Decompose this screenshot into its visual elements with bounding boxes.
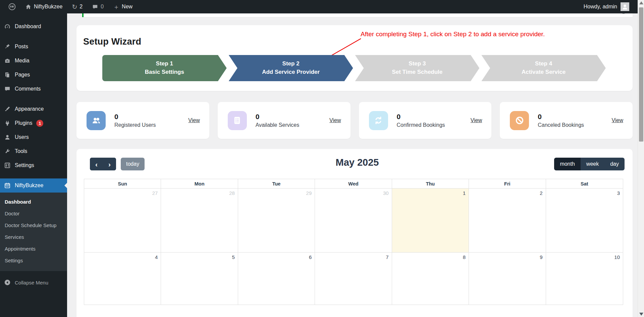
sidebar-item-dashboard[interactable]: Dashboard	[0, 19, 67, 34]
dow-tue: Tue	[238, 179, 315, 188]
submenu-item-doctor-schedule-setup[interactable]: Doctor Schedule Setup	[0, 219, 67, 231]
list-icon	[228, 111, 247, 130]
day-cell[interactable]: 9	[469, 253, 546, 305]
view-link[interactable]: View	[329, 117, 341, 123]
stat-value: 0	[256, 113, 299, 121]
sidebar-item-label: Tools	[15, 148, 27, 154]
day-cell-today[interactable]: 1	[392, 189, 469, 252]
submenu-item-services[interactable]: Services	[0, 231, 67, 243]
day-cell[interactable]: 2	[469, 189, 546, 252]
scroll-down-arrow-icon[interactable]	[639, 313, 643, 316]
sidebar-item-label: Users	[15, 134, 29, 140]
day-cell[interactable]: 30	[315, 189, 392, 252]
wordpress-logo-icon[interactable]	[5, 0, 19, 13]
sidebar-item-label: Plugins	[15, 120, 32, 126]
users-group-icon	[87, 111, 106, 130]
wizard-step-4[interactable]: Step 4 Activate Service	[481, 55, 606, 81]
day-cell[interactable]: 6	[238, 253, 315, 305]
step-label: Add Service Provider	[262, 68, 320, 76]
sidebar-item-settings[interactable]: Settings	[0, 158, 67, 172]
view-link[interactable]: View	[471, 117, 482, 123]
day-cell[interactable]: 5	[161, 253, 238, 305]
plus-icon: ＋	[113, 4, 119, 10]
collapse-arrow-icon	[4, 279, 11, 286]
wordpress-logo-icon	[8, 3, 16, 10]
sidebar-item-niftybukzee[interactable]: NiftyBukzee	[0, 178, 67, 193]
submenu-item-dashboard[interactable]: Dashboard	[0, 196, 67, 208]
sidebar-item-users[interactable]: Users	[0, 130, 67, 144]
new-menu[interactable]: ＋ New	[109, 0, 136, 13]
calendar-grid: Sun Mon Tue Wed Thu Fri Sat 27 28 29 30 …	[84, 179, 623, 305]
month-view-button[interactable]: month	[554, 158, 580, 170]
submenu-item-doctor[interactable]: Doctor	[0, 208, 67, 219]
howdy-text[interactable]: Howdy, admin	[584, 4, 617, 10]
stat-label: Registered Users	[114, 122, 156, 128]
collapse-menu-label: Collapse Menu	[15, 280, 48, 285]
scroll-up-arrow-icon[interactable]	[639, 1, 643, 4]
collapse-menu-button[interactable]: Collapse Menu	[0, 274, 67, 290]
stat-value: 0	[114, 113, 156, 121]
day-cell[interactable]: 8	[392, 253, 469, 305]
dow-thu: Thu	[392, 179, 469, 188]
sidebar-item-tools[interactable]: Tools	[0, 144, 67, 158]
stats-row: 0 Registered Users View 0 Available Serv…	[76, 102, 633, 139]
admin-sidebar: Dashboard Posts Media Pages Comments App…	[0, 13, 67, 317]
dow-fri: Fri	[469, 179, 546, 188]
dow-mon: Mon	[161, 179, 238, 188]
wizard-step-1[interactable]: Step 1 Basic Settings	[102, 55, 227, 81]
view-link[interactable]: View	[188, 117, 200, 123]
sidebar-item-label: Comments	[15, 86, 41, 92]
scrollbar-thumb[interactable]	[639, 7, 643, 142]
dow-sun: Sun	[84, 179, 161, 188]
comment-bubble-icon	[92, 4, 98, 10]
sidebar-item-label: Media	[15, 58, 30, 64]
step-number: Step 3	[409, 60, 426, 68]
step-number: Step 2	[282, 60, 300, 68]
day-view-button[interactable]: day	[604, 158, 625, 170]
comment-count: 0	[101, 4, 104, 10]
calendar-week-row: 4 5 6 7 8 9 10	[84, 252, 623, 305]
sync-arrows-icon	[369, 111, 388, 130]
day-cell[interactable]: 7	[315, 253, 392, 305]
day-cell[interactable]: 27	[84, 189, 161, 252]
sidebar-item-comments[interactable]: Comments	[0, 82, 67, 96]
vertical-scrollbar[interactable]	[638, 0, 644, 317]
step-number: Step 4	[535, 60, 552, 68]
sidebar-item-label: Pages	[15, 72, 30, 78]
sidebar-item-label: Appearance	[15, 106, 44, 112]
sidebar-item-posts[interactable]: Posts	[0, 40, 67, 54]
sidebar-item-appearance[interactable]: Appearance	[0, 102, 67, 116]
setup-wizard-title: Setup Wizard	[83, 37, 141, 47]
step-label: Basic Settings	[145, 68, 184, 76]
dow-sat: Sat	[546, 179, 623, 188]
view-link[interactable]: View	[612, 117, 623, 123]
plug-icon	[4, 120, 11, 126]
sidebar-item-media[interactable]: Media	[0, 54, 67, 68]
dashboard-gauge-icon	[4, 23, 11, 30]
day-cell[interactable]: 4	[84, 253, 161, 305]
update-count: 2	[79, 4, 83, 10]
submenu-item-appointments[interactable]: Appointments	[0, 243, 67, 255]
day-cell[interactable]: 10	[546, 253, 623, 305]
week-view-button[interactable]: week	[581, 158, 604, 170]
avatar[interactable]	[621, 2, 629, 11]
wizard-step-2[interactable]: Step 2 Add Service Provider	[229, 55, 353, 81]
comment-bubble-icon	[4, 86, 11, 92]
updates-menu[interactable]: ↻ 2	[68, 0, 86, 13]
wizard-step-3[interactable]: Step 3 Set Time Schedule	[355, 55, 480, 81]
day-cell[interactable]: 28	[161, 189, 238, 252]
calendar-title: May 2025	[90, 157, 625, 168]
submenu-item-settings[interactable]: Settings	[0, 255, 67, 266]
dow-wed: Wed	[315, 179, 392, 188]
stat-label: Available Services	[256, 122, 299, 128]
stat-card-registered-users: 0 Registered Users View	[76, 102, 209, 139]
site-name-menu[interactable]: NiftyBukzee	[21, 0, 66, 13]
comments-menu[interactable]: 0	[88, 0, 107, 13]
sidebar-item-plugins[interactable]: Plugins 1	[0, 116, 67, 130]
day-of-week-header-row: Sun Mon Tue Wed Thu Fri Sat	[84, 179, 623, 188]
sidebar-item-pages[interactable]: Pages	[0, 68, 67, 82]
day-cell[interactable]: 3	[546, 189, 623, 252]
sidebar-item-label: Settings	[15, 162, 34, 168]
day-cell[interactable]: 29	[238, 189, 315, 252]
camera-icon	[4, 57, 11, 64]
